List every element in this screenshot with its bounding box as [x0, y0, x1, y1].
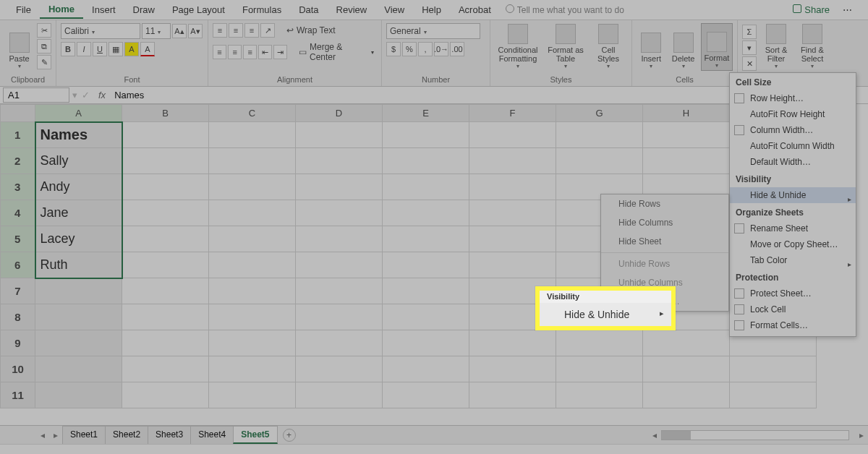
cell-F1[interactable]	[469, 122, 556, 148]
tab-review[interactable]: Review	[328, 1, 376, 18]
cell-A4[interactable]: Jane	[35, 200, 122, 226]
submenu-hide-columns[interactable]: Hide Columns	[601, 213, 728, 232]
tab-formulas[interactable]: Formulas	[234, 1, 290, 18]
column-header-B[interactable]: B	[122, 105, 209, 122]
cell-G1[interactable]	[556, 122, 643, 148]
decrease-font-button[interactable]: A▾	[188, 24, 203, 38]
cell-C1[interactable]	[209, 122, 296, 148]
cell-E10[interactable]	[383, 356, 469, 382]
select-all-cell[interactable]	[1, 105, 35, 122]
sort-filter-button[interactable]: Sort & Filter	[760, 23, 793, 71]
column-header-E[interactable]: E	[383, 105, 469, 122]
cell-A5[interactable]: Lacey	[35, 226, 122, 252]
comma-button[interactable]: ,	[418, 42, 433, 56]
align-left-button[interactable]: ≡	[213, 45, 226, 59]
submenu-hide-rows[interactable]: Hide Rows	[601, 194, 728, 213]
menu-default-width[interactable]: Default Width…	[730, 154, 856, 170]
tab-view[interactable]: View	[375, 1, 413, 18]
cell-A3[interactable]: Andy	[35, 174, 122, 200]
name-box[interactable]: A1	[3, 87, 69, 103]
tab-page-layout[interactable]: Page Layout	[163, 1, 234, 18]
row-header-4[interactable]: 4	[1, 200, 35, 226]
sheet-tab-sheet1[interactable]: Sheet1	[62, 426, 106, 444]
cell-B3[interactable]	[122, 174, 209, 200]
tab-acrobat[interactable]: Acrobat	[450, 1, 500, 18]
cell-E3[interactable]	[383, 174, 469, 200]
cell-styles-button[interactable]: Cell Styles	[590, 23, 626, 71]
sheet-tab-sheet2[interactable]: Sheet2	[105, 426, 148, 444]
menu-rename-sheet[interactable]: Rename Sheet	[730, 220, 856, 236]
insert-cells-button[interactable]: Insert	[637, 23, 665, 71]
cell-B11[interactable]	[122, 382, 209, 408]
cell-A9[interactable]	[35, 330, 122, 356]
cell-B2[interactable]	[122, 148, 209, 174]
scroll-left[interactable]: ◂	[648, 430, 661, 440]
cell-F5[interactable]	[469, 226, 556, 252]
cell-C10[interactable]	[209, 356, 296, 382]
submenu-hide-sheet[interactable]: Hide Sheet	[601, 232, 728, 251]
column-header-F[interactable]: F	[469, 105, 556, 122]
cell-H1[interactable]	[643, 122, 730, 148]
row-header-2[interactable]: 2	[1, 148, 35, 174]
cell-F6[interactable]	[469, 252, 556, 278]
find-select-button[interactable]: Find & Select	[796, 23, 829, 71]
cell-E8[interactable]	[383, 304, 469, 330]
bold-button[interactable]: B	[61, 42, 75, 56]
cell-D10[interactable]	[296, 356, 383, 382]
orientation-button[interactable]: ↗	[260, 23, 275, 38]
cell-E9[interactable]	[383, 330, 469, 356]
format-cells-button[interactable]: Format	[701, 23, 733, 71]
cell-D8[interactable]	[296, 304, 383, 330]
menu-format-cells[interactable]: Format Cells…	[730, 317, 856, 333]
cell-C8[interactable]	[209, 304, 296, 330]
cell-A7[interactable]	[35, 278, 122, 304]
row-header-9[interactable]: 9	[1, 330, 35, 356]
cell-H11[interactable]	[643, 382, 730, 408]
horizontal-scrollbar[interactable]	[661, 430, 849, 440]
row-header-8[interactable]: 8	[1, 304, 35, 330]
cell-E2[interactable]	[383, 148, 469, 174]
fx-icon[interactable]: fx	[94, 90, 110, 100]
sheet-nav-prev[interactable]: ◂	[36, 430, 49, 440]
cell-E4[interactable]	[383, 200, 469, 226]
fill-color-button[interactable]: A	[124, 42, 139, 56]
cell-A2[interactable]: Sally	[35, 148, 122, 174]
row-header-5[interactable]: 5	[1, 226, 35, 252]
row-header-11[interactable]: 11	[1, 382, 35, 408]
cell-D11[interactable]	[296, 382, 383, 408]
cell-B1[interactable]	[122, 122, 209, 148]
number-format-combo[interactable]: General	[386, 23, 480, 39]
sheet-tab-sheet3[interactable]: Sheet3	[148, 426, 191, 444]
italic-button[interactable]: I	[77, 42, 91, 56]
callout-item[interactable]: Hide & Unhide	[540, 303, 671, 326]
cell-C2[interactable]	[209, 148, 296, 174]
cell-F10[interactable]	[469, 356, 556, 382]
cell-D9[interactable]	[296, 330, 383, 356]
cell-A8[interactable]	[35, 304, 122, 330]
cell-A10[interactable]	[35, 356, 122, 382]
align-top-button[interactable]: ≡	[213, 23, 227, 38]
cell-F3[interactable]	[469, 174, 556, 200]
menu-autofit-col[interactable]: AutoFit Column Width	[730, 138, 856, 154]
cell-A1[interactable]: Names	[35, 122, 122, 148]
cell-I11[interactable]	[730, 382, 817, 408]
submenu-unhide-rows[interactable]: Unhide Rows	[601, 254, 728, 273]
cell-A6[interactable]: Ruth	[35, 252, 122, 278]
underline-button[interactable]: U	[93, 42, 107, 56]
delete-cells-button[interactable]: Delete	[668, 23, 697, 71]
cell-F2[interactable]	[469, 148, 556, 174]
menu-move-copy[interactable]: Move or Copy Sheet…	[730, 236, 856, 252]
cell-B6[interactable]	[122, 252, 209, 278]
tab-draw[interactable]: Draw	[124, 1, 163, 18]
cell-C11[interactable]	[209, 382, 296, 408]
decrease-decimal-button[interactable]: .00	[450, 42, 464, 56]
align-middle-button[interactable]: ≡	[229, 23, 243, 38]
cell-F4[interactable]	[469, 200, 556, 226]
cell-F11[interactable]	[469, 382, 556, 408]
comments-button[interactable]: ⋯	[834, 1, 861, 18]
cell-B7[interactable]	[122, 278, 209, 304]
new-sheet-button[interactable]: +	[283, 429, 296, 442]
align-center-button[interactable]: ≡	[228, 45, 242, 59]
menu-hide-unhide[interactable]: Hide & Unhide	[730, 187, 856, 203]
menu-lock-cell[interactable]: Lock Cell	[730, 301, 856, 317]
